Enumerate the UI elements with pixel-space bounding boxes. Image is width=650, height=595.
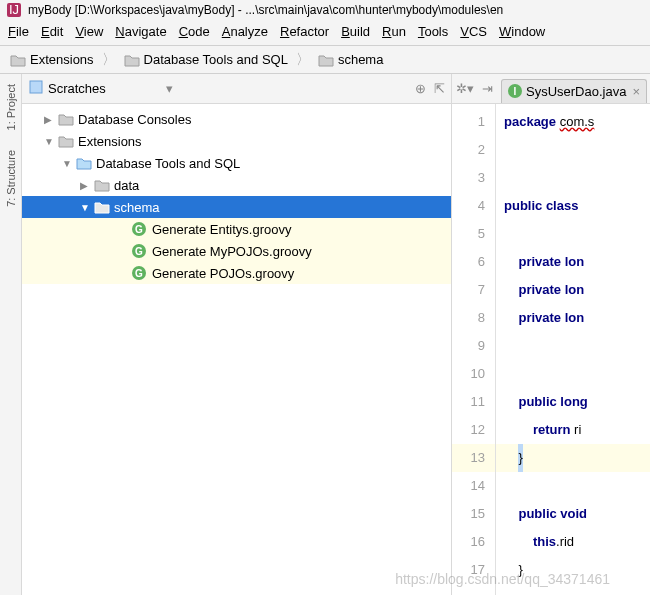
tree-header: Scratches ▾ ⊕ ⇱ <box>22 74 451 104</box>
menu-code[interactable]: Code <box>173 22 216 41</box>
folder-icon <box>58 111 74 127</box>
expand-arrow-icon[interactable]: ▶ <box>80 180 92 191</box>
view-mode-dropdown-icon[interactable]: ▾ <box>166 81 173 96</box>
menubar: FileEditViewNavigateCodeAnalyzeRefactorB… <box>0 20 650 46</box>
app-icon: IJ <box>6 2 22 18</box>
tree-item-data[interactable]: ▶ data <box>22 174 451 196</box>
chevron-right-icon: 〉 <box>292 51 314 69</box>
tree-item-generate-entitys[interactable]: G Generate Entitys.groovy <box>22 218 451 240</box>
tree-label: Extensions <box>78 134 142 149</box>
tree-label: Database Tools and SQL <box>96 156 240 171</box>
collapse-arrow-icon[interactable]: ▼ <box>44 136 56 147</box>
tree-label: Database Consoles <box>78 112 191 127</box>
folder-icon <box>76 155 92 171</box>
svg-text:IJ: IJ <box>9 2 19 17</box>
project-tree[interactable]: ▶ Database Consoles ▼ Extensions ▼ Datab… <box>22 104 451 595</box>
tree-item-schema[interactable]: ▼ schema <box>22 196 451 218</box>
menu-tools[interactable]: Tools <box>412 22 454 41</box>
menu-run[interactable]: Run <box>376 22 412 41</box>
main: 1: Project 7: Structure Scratches ▾ ⊕ ⇱ … <box>0 74 650 595</box>
code-area[interactable]: package com.s public class private lon p… <box>496 104 650 595</box>
editor-tabs: ✲▾ ⇥ I SysUserDao.java × <box>452 74 650 104</box>
editor-body[interactable]: 1234567891011121314151617 package com.s … <box>452 104 650 595</box>
tree-item-extensions[interactable]: ▼ Extensions <box>22 130 451 152</box>
groovy-file-icon: G <box>132 243 148 259</box>
chevron-right-icon: 〉 <box>98 51 120 69</box>
menu-navigate[interactable]: Navigate <box>109 22 172 41</box>
collapse-icon[interactable]: ⇱ <box>434 81 445 96</box>
breadcrumb-database-tools-and-sql[interactable]: Database Tools and SQL <box>120 50 292 69</box>
expand-arrow-icon[interactable]: ▶ <box>44 114 56 125</box>
settings-icon[interactable]: ✲▾ <box>456 81 474 96</box>
menu-file[interactable]: File <box>2 22 35 41</box>
groovy-file-icon: G <box>132 221 148 237</box>
breadcrumb-extensions[interactable]: Extensions <box>6 50 98 69</box>
breadcrumb-schema[interactable]: schema <box>314 50 388 69</box>
menu-refactor[interactable]: Refactor <box>274 22 335 41</box>
line-gutter[interactable]: 1234567891011121314151617 <box>452 104 496 595</box>
menu-window[interactable]: Window <box>493 22 551 41</box>
editor-panel: ✲▾ ⇥ I SysUserDao.java × 123456789101112… <box>452 74 650 595</box>
menu-build[interactable]: Build <box>335 22 376 41</box>
tree-label: Generate MyPOJOs.groovy <box>152 244 312 259</box>
menu-analyze[interactable]: Analyze <box>216 22 274 41</box>
tree-item-generate-mypojos[interactable]: G Generate MyPOJOs.groovy <box>22 240 451 262</box>
tree-item-generate-pojos[interactable]: G Generate POJOs.groovy <box>22 262 451 284</box>
svg-rect-2 <box>30 81 42 93</box>
tree-item-database-tools[interactable]: ▼ Database Tools and SQL <box>22 152 451 174</box>
sidebar-tab-structure[interactable]: 7: Structure <box>3 144 19 213</box>
locate-icon[interactable]: ⊕ <box>415 81 426 96</box>
tree-label: schema <box>114 200 160 215</box>
navbar: Extensions〉Database Tools and SQL〉schema <box>0 46 650 74</box>
menu-edit[interactable]: Edit <box>35 22 69 41</box>
hide-icon[interactable]: ⇥ <box>482 81 493 96</box>
tree-label: data <box>114 178 139 193</box>
tree-item-database-consoles[interactable]: ▶ Database Consoles <box>22 108 451 130</box>
tree-header-title[interactable]: Scratches <box>48 81 106 96</box>
collapse-arrow-icon[interactable]: ▼ <box>80 202 92 213</box>
menu-vcs[interactable]: VCS <box>454 22 493 41</box>
left-toolstrip: 1: Project 7: Structure <box>0 74 22 595</box>
editor-tab-label: SysUserDao.java <box>526 84 626 99</box>
interface-icon: I <box>508 84 522 98</box>
tree-label: Generate Entitys.groovy <box>152 222 291 237</box>
project-tool-window: Scratches ▾ ⊕ ⇱ ▶ Database Consoles ▼ Ex… <box>22 74 452 595</box>
sidebar-tab-project[interactable]: 1: Project <box>3 78 19 136</box>
groovy-file-icon: G <box>132 265 148 281</box>
close-tab-icon[interactable]: × <box>632 84 640 99</box>
folder-icon <box>94 177 110 193</box>
folder-icon <box>58 133 74 149</box>
menu-view[interactable]: View <box>69 22 109 41</box>
editor-tab-sysuserdao[interactable]: I SysUserDao.java × <box>501 79 647 103</box>
folder-icon <box>94 199 110 215</box>
titlebar: IJ myBody [D:\Workspaces\java\myBody] - … <box>0 0 650 20</box>
tree-label: Generate POJOs.groovy <box>152 266 294 281</box>
window-title: myBody [D:\Workspaces\java\myBody] - ...… <box>28 3 503 17</box>
collapse-arrow-icon[interactable]: ▼ <box>62 158 74 169</box>
scratches-icon <box>28 79 44 98</box>
